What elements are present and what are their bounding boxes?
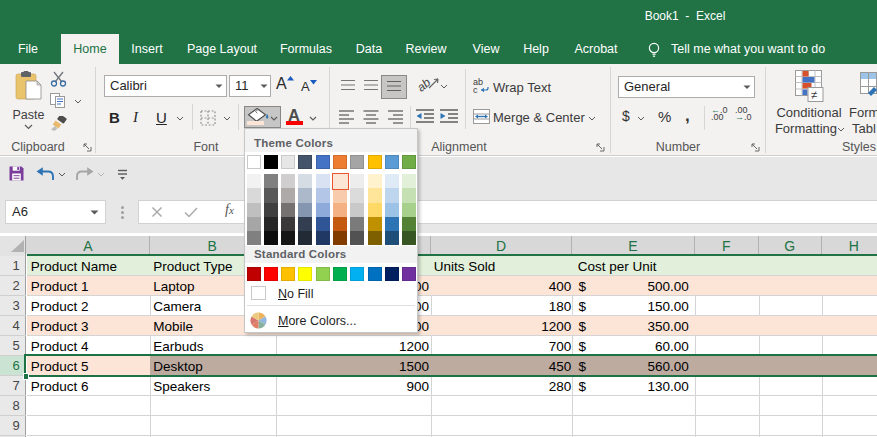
svg-text:≠: ≠ — [811, 89, 817, 101]
svg-text:c: c — [473, 85, 478, 94]
